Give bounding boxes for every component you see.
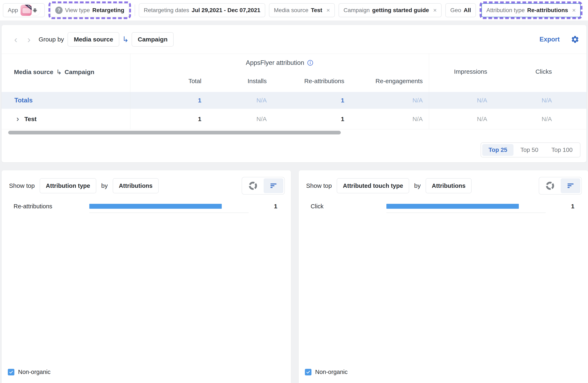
bar [89,204,222,209]
row-reengagements: N/A [351,109,423,129]
first-col-secondary: Campaign [65,69,94,76]
donut-chart-icon [248,181,258,190]
chevron-left-icon[interactable]: ‹ [12,35,19,44]
by-label: by [101,182,108,189]
app-icon: DEV [21,5,32,16]
bar-track [386,212,546,213]
donut-chart-button[interactable] [243,178,263,193]
show-top-label: Show top [9,182,35,189]
info-icon[interactable] [307,60,313,66]
attribution-group-header: AppsFlyer attribution [130,59,429,66]
row-clicks: N/A [493,109,552,129]
bar-chart-button[interactable] [264,178,283,193]
bar-value: 1 [571,202,574,210]
view-type-label: View type [65,7,90,14]
campaign-value: getting started guide [372,7,429,14]
export-button[interactable]: Export [540,36,560,43]
totals-installs: N/A [208,92,267,109]
bar-chart-icon [566,181,575,190]
attribution-type-chart-panel: Show top Attribution type by Attribution… [2,170,291,383]
tab-top-50[interactable]: Top 50 [514,144,545,156]
dates-value: Jul 29,2021 - Dec 07,2021 [191,7,260,14]
row-reattributions: 1 [273,109,344,129]
android-icon [32,7,38,13]
column-header-impressions: Impressions [429,68,487,75]
non-organic-filter[interactable]: Non-organic [305,369,348,375]
totals-impressions: N/A [429,92,487,109]
group-by-primary-button[interactable]: Media source [67,32,119,47]
settings-button[interactable] [571,35,579,44]
totals-clicks: N/A [493,92,552,109]
tab-top-25[interactable]: Top 25 [482,144,513,156]
view-type-chip[interactable]: ? View type Retargeting [50,3,129,17]
table-row[interactable]: › Test 1 N/A 1 N/A N/A N/A [2,109,586,129]
attribution-type-value: Re-attributions [527,7,568,14]
close-icon[interactable]: × [433,7,437,13]
media-source-name: Test [24,116,37,122]
bar-category-label: Re-attributions [14,202,52,210]
filter-bar: App DEV ? [0,0,588,20]
non-organic-filter[interactable]: Non-organic [8,369,50,375]
donut-chart-icon [545,181,555,190]
bar-value: 1 [274,202,277,210]
metric-select[interactable]: Attributions [426,178,472,193]
table-header: Media source ↳ Campaign AppsFlyer attrib… [2,54,586,92]
bar-category-label: Click [311,202,324,210]
bar-track [89,212,249,213]
campaign-label: Campaign [343,7,370,14]
totals-label: Totals [14,92,33,109]
media-source-value: Test [311,7,322,14]
chart-type-toggle [539,177,582,195]
bar-row: Click 1 [299,202,588,215]
bar-chart-button[interactable] [561,178,580,193]
metric-select[interactable]: Attributions [113,178,159,193]
check-icon [306,370,311,375]
top-n-tabs: Top 25 Top 50 Top 100 [481,142,580,158]
expand-row-icon[interactable]: › [16,116,19,122]
attribution-type-label: Attribution type [486,7,525,14]
first-column-header: Media source ↳ Campaign [14,68,94,76]
column-header-installs: Installs [208,78,267,84]
bar-chart-icon [269,181,278,190]
tab-top-100[interactable]: Top 100 [545,144,579,156]
dimension-select[interactable]: Attribution type [40,178,96,193]
app-filter-chip[interactable]: App DEV [3,3,45,17]
column-header-total: Total [130,78,201,84]
column-divider [429,54,429,129]
column-header-clicks: Clicks [493,68,552,75]
totals-reengagements: N/A [351,92,423,109]
group-header-label: AppsFlyer attribution [246,59,304,66]
close-icon[interactable]: × [326,7,330,13]
dimension-select[interactable]: Attributed touch type [337,178,409,193]
checkbox-checked[interactable] [8,369,14,375]
column-header-reengagements: Re-engagements [351,78,423,84]
view-type-highlight: ? View type Retargeting [48,1,131,19]
filter-divider [135,4,135,16]
table-toolbar: ‹ › Group by Media source ↳ Campaign Exp… [2,25,586,54]
column-divider [130,54,130,129]
totals-total: 1 [130,92,201,109]
app-chip-label: App [8,7,18,14]
checkbox-checked[interactable] [305,369,312,375]
dates-label: Retargeting dates [144,7,189,14]
media-source-chip[interactable]: Media source Test × [269,3,335,17]
row-impressions: N/A [429,109,487,129]
horizontal-scrollbar[interactable] [8,131,341,134]
checkbox-label: Non-organic [315,369,348,375]
attribution-type-chip[interactable]: Attribution type Re-attributions × [482,3,581,17]
geo-chip[interactable]: Geo All [445,3,476,17]
close-icon[interactable]: × [572,7,576,13]
help-icon[interactable]: ? [55,7,63,14]
show-top-label: Show top [306,182,332,189]
view-type-value: Retargeting [92,7,125,14]
panel-header: Show top Attributed touch type by Attrib… [306,178,582,194]
campaign-chip[interactable]: Campaign getting started guide × [338,3,441,17]
donut-chart-button[interactable] [540,178,560,193]
nested-arrow-icon: ↳ [122,36,129,43]
group-by-secondary-button[interactable]: Campaign [132,32,174,47]
column-header-reattributions: Re-attributions [273,78,344,84]
totals-row: Totals 1 N/A 1 N/A N/A N/A [2,92,586,109]
bar [386,204,519,209]
retargeting-dates-chip[interactable]: Retargeting dates Jul 29,2021 - Dec 07,2… [139,3,265,17]
chevron-right-icon[interactable]: › [25,35,32,44]
